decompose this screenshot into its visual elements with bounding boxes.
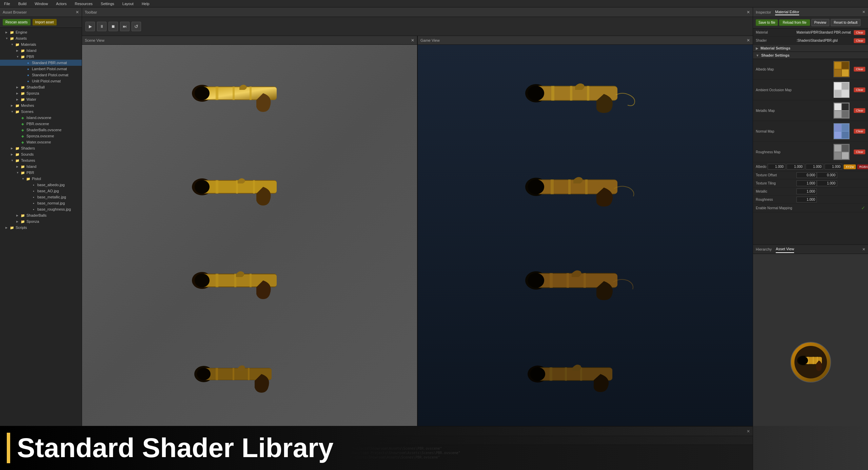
tree-item-island-tex[interactable]: ▶ 📁 Island: [0, 163, 82, 170]
tree-item-base-albedo[interactable]: ▪ base_albedo.jpg: [0, 182, 82, 188]
refresh-button[interactable]: ↺: [132, 22, 141, 31]
material-clear-button[interactable]: Clear: [854, 30, 865, 35]
rgba-button[interactable]: RGBA: [857, 164, 868, 169]
tree-item-textures[interactable]: ▼ 📁 Textures: [0, 157, 82, 163]
tree-item-shaderball[interactable]: ▶ 📁 ShaderBall: [0, 84, 82, 90]
tree-item-water-mat[interactable]: ▶ 📁 Water: [0, 96, 82, 102]
menu-help[interactable]: Help: [140, 1, 151, 6]
scene-viewport[interactable]: [82, 45, 417, 426]
tab-asset-view[interactable]: Asset View: [776, 246, 794, 253]
toolbar-close-icon[interactable]: ✕: [747, 10, 750, 15]
reset-to-default-button[interactable]: Reset to default: [831, 19, 861, 26]
tree-item-sponza-mat[interactable]: ▶ 📁 Sponza: [0, 90, 82, 96]
tree-item-sounds[interactable]: ▶ 📁 Sounds: [0, 151, 82, 157]
rescan-assets-button[interactable]: Rescan assets: [3, 19, 31, 25]
albedo-g-field[interactable]: [787, 164, 804, 170]
tree-item-standard-pistol[interactable]: ● Standard Pistol.ovmat: [0, 72, 82, 78]
scene-view-close-icon[interactable]: ✕: [411, 38, 414, 43]
default-checkbox[interactable]: [138, 439, 142, 442]
import-asset-button[interactable]: Import asset: [33, 19, 57, 25]
tree-item-pbr-scene[interactable]: ◆ PBR.ovscene: [0, 121, 82, 127]
asset-browser-close-icon[interactable]: ✕: [76, 10, 79, 15]
tree-item-base-normal[interactable]: ▪ base_normal.jpg: [0, 200, 82, 206]
menu-file[interactable]: File: [3, 1, 12, 6]
tree-item-island-scene[interactable]: ◆ Island.ovscene: [0, 115, 82, 121]
tree-item-pbr-tex[interactable]: ▼ 📁 PBR: [0, 170, 82, 176]
tree-item-unlit-pistol[interactable]: ● Unlit Pistol.ovmat: [0, 78, 82, 84]
info-checkbox[interactable]: [158, 439, 161, 442]
auto-clear-checkbox[interactable]: [102, 439, 106, 442]
normal-map-clear-button[interactable]: Clear: [854, 129, 865, 134]
tab-console[interactable]: Console: [105, 428, 125, 435]
albedo-r-field[interactable]: [768, 164, 785, 170]
preview-button[interactable]: Preview: [811, 19, 830, 26]
clear-console-button[interactable]: Clear: [85, 438, 98, 443]
play-button[interactable]: ▶: [85, 22, 95, 31]
game-viewport[interactable]: [418, 45, 753, 426]
texture-tiling-x-field[interactable]: [796, 180, 817, 186]
menu-build[interactable]: Build: [17, 1, 28, 6]
ao-map-clear-button[interactable]: Clear: [854, 87, 865, 92]
tree-item-pbr-mat[interactable]: ▼ 📁 PBR: [0, 54, 82, 60]
normal-map-thumb[interactable]: [833, 123, 850, 139]
tree-item-base-metallic[interactable]: ▪ base_metallic.jpg: [0, 194, 82, 200]
tab-material-editor[interactable]: Material Editor: [775, 9, 799, 15]
tree-item-sponza-tex[interactable]: ▶ 📁 Sponza: [0, 218, 82, 224]
tree-item-island-mat[interactable]: ▶ 📁 Island: [0, 47, 82, 54]
inspector-bottom-close-icon[interactable]: ✕: [862, 247, 865, 252]
menu-resources[interactable]: Resources: [74, 1, 94, 6]
shader-clear-button[interactable]: Clear: [854, 38, 865, 43]
pause-button[interactable]: ⏸: [97, 22, 106, 31]
menu-settings[interactable]: Settings: [99, 1, 116, 6]
tab-profiler[interactable]: Profiler: [85, 428, 103, 435]
tree-item-scenes[interactable]: ▼ 📁 Scenes: [0, 109, 82, 115]
tree-item-shaderballs-scene[interactable]: ◆ ShaderBalls.ovscene: [0, 127, 82, 133]
albedo-map-thumb[interactable]: [833, 61, 850, 77]
tree-item-pistol-tex[interactable]: ▼ 📁 Pistol: [0, 176, 82, 182]
roughness-map-thumb[interactable]: [833, 144, 850, 160]
roughness-value-field[interactable]: [796, 197, 817, 202]
texture-offset-x-field[interactable]: [796, 172, 817, 178]
albedo-b-field[interactable]: [806, 164, 823, 170]
tree-item-standard-pbr[interactable]: ● Standard PBR.ovmat: [0, 60, 82, 66]
menu-window[interactable]: Window: [33, 1, 49, 6]
tree-item-scripts[interactable]: ▶ 📁 Scripts: [0, 224, 82, 231]
tree-item-shaders[interactable]: ▶ 📁 Shaders: [0, 145, 82, 151]
tree-item-base-roughness[interactable]: ▪ base_roughness.jpg: [0, 206, 82, 212]
tree-item-meshes[interactable]: ▶ 📁 Meshes: [0, 102, 82, 109]
texture-offset-y-field[interactable]: [817, 172, 837, 178]
tree-item-base-ao[interactable]: ▪ base_AO.jpg: [0, 188, 82, 194]
game-view-close-icon[interactable]: ✕: [747, 38, 750, 43]
menu-layout[interactable]: Layout: [121, 1, 135, 6]
tree-item-shaderballs-tex[interactable]: ▶ 📁 ShaderBalls: [0, 212, 82, 218]
metallic-value-field[interactable]: [796, 189, 817, 194]
reload-from-file-button[interactable]: Reload from file: [779, 19, 810, 26]
xyzw-button[interactable]: XYZw: [844, 164, 856, 169]
bottom-panel-close-icon[interactable]: ✕: [747, 429, 750, 434]
save-to-file-button[interactable]: Save to file: [756, 19, 778, 26]
inspector-close-icon[interactable]: ✕: [862, 10, 865, 14]
metallic-map-thumb[interactable]: [833, 102, 850, 119]
warning-checkbox[interactable]: [172, 439, 176, 442]
tree-item-water-scene[interactable]: ◆ Water.ovscene: [0, 139, 82, 145]
menu-actors[interactable]: Actors: [55, 1, 68, 6]
metallic-map-clear-button[interactable]: Clear: [854, 108, 865, 113]
step-button[interactable]: ⏭: [120, 22, 130, 31]
stop-button[interactable]: ⏹: [108, 22, 118, 31]
error-checkbox[interactable]: [194, 439, 197, 442]
albedo-map-clear-button[interactable]: Clear: [854, 67, 865, 72]
shader-settings-section[interactable]: ▼ Shader Settings: [753, 52, 868, 59]
texture-tiling-y-field[interactable]: [817, 180, 837, 186]
tab-inspector[interactable]: Inspector: [756, 9, 771, 15]
tree-item-engine[interactable]: ▶ 📁 Engine: [0, 29, 82, 35]
tab-hierarchy[interactable]: Hierarchy: [756, 246, 772, 253]
tree-arrow-base-metallic: [27, 196, 31, 199]
roughness-map-clear-button[interactable]: Clear: [854, 150, 865, 154]
material-settings-section[interactable]: ▶ Material Settings: [753, 45, 868, 52]
tree-item-assets[interactable]: ▼ 📁 Assets: [0, 35, 82, 41]
tree-item-sponza-scene[interactable]: ◆ Sponza.ovscene: [0, 133, 82, 139]
tree-item-lambert-pistol[interactable]: ● Lambert Pistol.ovmat: [0, 66, 82, 72]
tree-item-materials[interactable]: ▼ 📁 Materials: [0, 41, 82, 47]
albedo-a-field[interactable]: [825, 164, 842, 170]
ao-map-thumb[interactable]: [833, 82, 850, 98]
